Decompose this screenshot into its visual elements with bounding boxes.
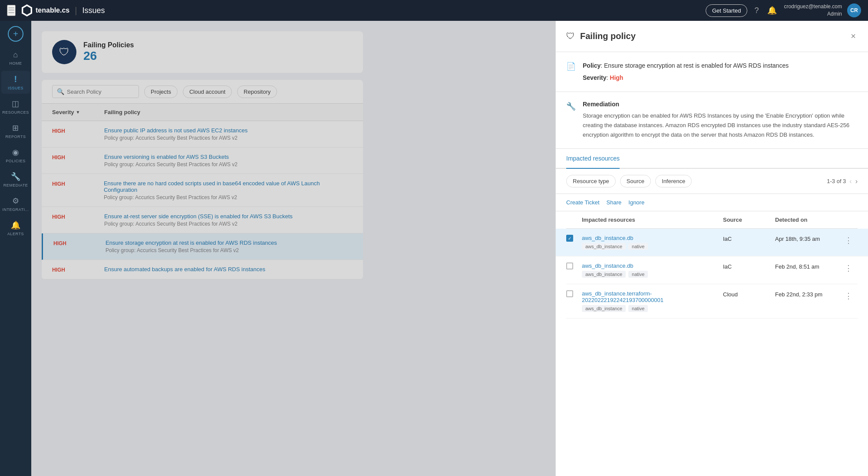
panel-header: 🛡 Failing policy × — [556, 21, 868, 52]
nav-divider: | — [75, 6, 77, 16]
resource-tag-type: aws_db_instance — [582, 271, 626, 278]
prev-page-icon[interactable]: ‹ — [849, 177, 851, 185]
policy-text: Ensure storage encryption at rest is ena… — [604, 62, 789, 69]
source-chip[interactable]: Source — [620, 175, 651, 187]
home-icon: ⌂ — [13, 50, 18, 59]
sidebar: + ⌂ HOME ! ISSUES ◫ RESOURCES ⊞ REPORTS … — [0, 21, 31, 476]
severity-value: High — [610, 74, 623, 81]
remediation-title: Remediation — [583, 101, 858, 108]
tab-impacted-resources[interactable]: Impacted resources — [566, 149, 620, 169]
resources-table-header: Impacted resources Source Detected on — [566, 211, 858, 229]
alerts-icon: 🔔 — [11, 220, 21, 230]
policy-label: Policy — [583, 62, 601, 69]
row-menu-icon[interactable]: ⋮ — [845, 235, 858, 245]
pagination: 1-3 of 3 ‹ › — [827, 177, 858, 185]
sidebar-item-resources[interactable]: ◫ RESOURCES — [1, 95, 30, 118]
actions-bar: Create Ticket Share Ignore — [556, 194, 868, 211]
resource-row[interactable]: aws_db_instance.terraform-20220222192242… — [566, 284, 858, 318]
create-ticket-link[interactable]: Create Ticket — [566, 199, 600, 206]
row-menu-icon[interactable]: ⋮ — [845, 290, 858, 301]
app-body: + ⌂ HOME ! ISSUES ◫ RESOURCES ⊞ REPORTS … — [0, 21, 868, 476]
resource-source: IaC — [723, 263, 775, 270]
detected-on-header: Detected on — [775, 217, 845, 223]
sidebar-item-issues[interactable]: ! ISSUES — [1, 71, 30, 94]
backdrop-overlay — [31, 21, 555, 476]
sidebar-remediate-label: REMEDIATE — [3, 183, 28, 187]
resource-type-chip[interactable]: Resource type — [566, 175, 616, 187]
resource-source: IaC — [723, 235, 775, 242]
user-email: crodriguez@tenable.com — [784, 3, 842, 10]
resource-tags: aws_db_instance native — [582, 305, 723, 312]
row-menu-icon[interactable]: ⋮ — [845, 263, 858, 273]
resources-icon: ◫ — [12, 99, 20, 108]
issues-icon: ! — [14, 74, 17, 84]
app-logo: tenable.cs — [21, 4, 69, 16]
topnav: ☰ tenable.cs | Issues Get Started ? 🔔 cr… — [0, 0, 868, 21]
resource-tag-type: aws_db_instance — [582, 243, 626, 250]
sidebar-item-alerts[interactable]: 🔔 ALERTS — [1, 217, 30, 240]
remediation-section: 🔧 Remediation Storage encryption can be … — [556, 92, 868, 149]
policy-info-text: Policy: Ensure storage encryption at res… — [583, 61, 858, 70]
inference-chip[interactable]: Inference — [655, 175, 692, 187]
policy-info-section: 📄 Policy: Ensure storage encryption at r… — [556, 52, 868, 92]
app-title: Issues — [82, 6, 105, 15]
ignore-link[interactable]: Ignore — [628, 199, 644, 206]
sidebar-resources-label: RESOURCES — [2, 110, 29, 115]
logo-hexagon — [21, 4, 33, 16]
document-icon: 📄 — [566, 62, 576, 83]
resource-tag-native: native — [628, 271, 648, 278]
sidebar-alerts-label: ALERTS — [7, 232, 24, 236]
resource-link[interactable]: aws_db_instance.db — [582, 263, 723, 269]
menu-icon[interactable]: ☰ — [7, 5, 16, 16]
panel-shield-icon: 🛡 — [566, 31, 575, 41]
row-checkbox[interactable] — [566, 290, 573, 297]
notification-icon[interactable]: 🔔 — [766, 4, 779, 17]
row-checkbox-col — [566, 263, 582, 269]
resource-source: Cloud — [723, 290, 775, 298]
pagination-text: 1-3 of 3 — [827, 178, 846, 184]
panel-close-button[interactable]: × — [849, 30, 858, 43]
next-page-icon[interactable]: › — [855, 177, 858, 185]
sidebar-integrations-label: INTEGRATI... — [3, 207, 29, 212]
row-checkbox[interactable]: ✓ — [566, 235, 573, 242]
resource-tag-native: native — [628, 305, 648, 312]
resource-tag-type: aws_db_instance — [582, 305, 626, 312]
impacted-resources-header: Impacted resources — [582, 217, 723, 223]
share-link[interactable]: Share — [607, 199, 622, 206]
row-checkbox[interactable] — [566, 263, 573, 269]
logo-hexagon-inner — [23, 6, 31, 15]
resource-row[interactable]: aws_db_instance.db aws_db_instance nativ… — [566, 256, 858, 284]
reports-icon: ⊞ — [12, 123, 19, 133]
resource-info: aws_db_instance.terraform-20220222192242… — [582, 290, 723, 312]
sidebar-policies-label: POLICIES — [6, 159, 26, 163]
resource-row[interactable]: ✓ aws_db_instance.db aws_db_instance nat… — [556, 229, 868, 256]
resource-info: aws_db_instance.db aws_db_instance nativ… — [582, 235, 723, 250]
policy-info-content: Policy: Ensure storage encryption at res… — [583, 61, 858, 83]
sidebar-item-policies[interactable]: ◉ POLICIES — [1, 144, 30, 167]
help-icon[interactable]: ? — [752, 4, 760, 17]
source-header: Source — [723, 217, 775, 223]
severity-info: Severity: High — [583, 73, 858, 82]
get-started-button[interactable]: Get Started — [706, 4, 747, 17]
chips-left: Resource type Source Inference — [566, 175, 692, 187]
remediation-text: Storage encryption can be enabled for AW… — [583, 111, 858, 140]
resource-detected: Feb 22nd, 2:33 pm — [775, 290, 845, 298]
resource-detected: Apr 18th, 9:35 am — [775, 235, 845, 242]
integrations-icon: ⚙ — [12, 196, 20, 206]
resource-detected: Feb 2nd, 8:51 am — [775, 263, 845, 270]
resource-link[interactable]: aws_db_instance.db — [582, 235, 723, 241]
sidebar-item-reports[interactable]: ⊞ REPORTS — [1, 120, 30, 142]
resource-link[interactable]: aws_db_instance.terraform-20220222192242… — [582, 290, 723, 303]
row-checkbox-col: ✓ — [566, 235, 582, 242]
policies-icon: ◉ — [12, 148, 20, 157]
sidebar-item-remediate[interactable]: 🔧 REMEDIATE — [1, 168, 30, 191]
panel-title: Failing policy — [580, 31, 844, 41]
add-button[interactable]: + — [8, 26, 23, 42]
resource-info: aws_db_instance.db aws_db_instance nativ… — [582, 263, 723, 278]
sidebar-item-integrations[interactable]: ⚙ INTEGRATI... — [1, 193, 30, 215]
sidebar-item-home[interactable]: ⌂ HOME — [1, 47, 30, 69]
avatar[interactable]: CR — [847, 3, 861, 17]
remediate-icon: 🔧 — [11, 172, 21, 181]
resources-table: Impacted resources Source Detected on ✓ … — [556, 211, 868, 318]
panel-tabs: Impacted resources — [556, 149, 868, 169]
